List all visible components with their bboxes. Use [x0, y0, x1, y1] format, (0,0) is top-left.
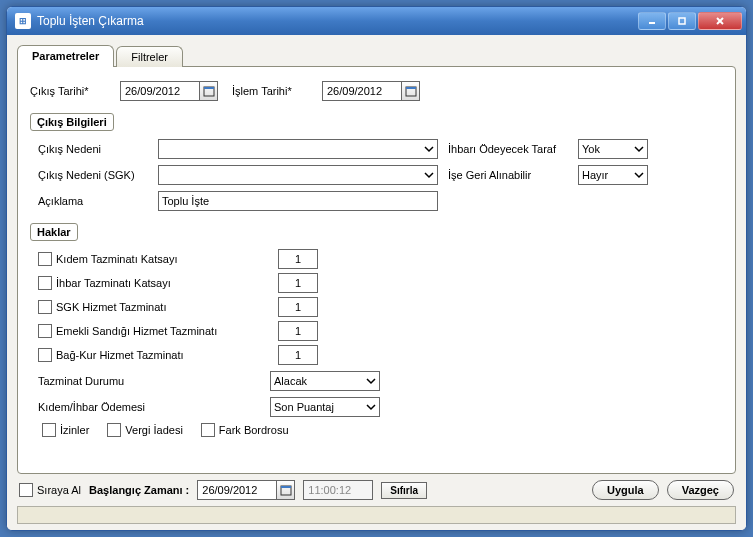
vergi-iadesi-checkbox[interactable]: Vergi İadesi	[107, 423, 182, 437]
hak-label: İhbar Tazminatı Katsayı	[56, 277, 171, 289]
svg-rect-7	[406, 87, 416, 89]
siraya-al-checkbox[interactable]: Sıraya Al	[19, 483, 81, 497]
hak-checkbox[interactable]: SGK Hizmet Tazminatı	[38, 300, 166, 314]
hak-checkbox[interactable]: Emekli Sandığı Hizmet Tazminatı	[38, 324, 217, 338]
minimize-button[interactable]	[638, 12, 666, 30]
vazgec-button[interactable]: Vazgeç	[667, 480, 734, 500]
kidem-ihbar-label: Kıdem/İhbar Ödemesi	[38, 401, 270, 413]
tabstrip: Parametreler Filtreler	[17, 43, 736, 67]
hak-value-input[interactable]	[278, 249, 318, 269]
izinler-checkbox[interactable]: İzinler	[42, 423, 89, 437]
hak-value-input[interactable]	[278, 345, 318, 365]
kidem-ihbar-combo[interactable]: Son Puantaj	[270, 397, 380, 417]
haklar-group: Haklar	[30, 223, 78, 241]
fark-bordrosu-label: Fark Bordrosu	[219, 424, 289, 436]
cikis-nedeni-sgk-combo[interactable]	[158, 165, 438, 185]
islem-tarihi-input-wrap	[322, 81, 420, 101]
hak-checkbox[interactable]: Bağ-Kur Hizmet Tazminatı	[38, 348, 184, 362]
fark-bordrosu-checkbox[interactable]: Fark Bordrosu	[201, 423, 289, 437]
ise-geri-combo[interactable]: Hayır	[578, 165, 648, 185]
ihbar-taraf-combo[interactable]: Yok	[578, 139, 648, 159]
maximize-button[interactable]	[668, 12, 696, 30]
bottom-bar: Sıraya Al Başlangıç Zamanı : Sıfırla Uyg…	[17, 474, 736, 502]
baslangic-tarih-input[interactable]	[198, 481, 276, 499]
app-icon: ⊞	[15, 13, 31, 29]
hak-checkbox[interactable]: Kıdem Tazminatı Katsayı	[38, 252, 177, 266]
svg-rect-9	[281, 486, 291, 488]
hak-value-input[interactable]	[278, 321, 318, 341]
aciklama-input[interactable]	[158, 191, 438, 211]
vergi-iadesi-label: Vergi İadesi	[125, 424, 182, 436]
ise-geri-label: İşe Geri Alınabilir	[448, 169, 578, 181]
cikis-nedeni-sgk-label: Çıkış Nedeni (SGK)	[38, 169, 158, 181]
close-button[interactable]	[698, 12, 742, 30]
uygula-button[interactable]: Uygula	[592, 480, 659, 500]
islem-tarihi-input[interactable]	[323, 82, 401, 100]
tazminat-durumu-combo[interactable]: Alacak	[270, 371, 380, 391]
titlebar: ⊞ Toplu İşten Çıkarma	[7, 7, 746, 35]
panel-parametreler: Çıkış Tarihi* İşlem Tarihi* Çıkış Bilgil…	[17, 66, 736, 474]
cikis-tarihi-input[interactable]	[121, 82, 199, 100]
statusbar	[17, 506, 736, 524]
calendar-icon[interactable]	[199, 82, 217, 100]
cikis-nedeni-label: Çıkış Nedeni	[38, 143, 158, 155]
sifirla-button[interactable]: Sıfırla	[381, 482, 427, 499]
hak-checkbox[interactable]: İhbar Tazminatı Katsayı	[38, 276, 171, 290]
hak-label: Emekli Sandığı Hizmet Tazminatı	[56, 325, 217, 337]
hak-label: Kıdem Tazminatı Katsayı	[56, 253, 177, 265]
cikis-tarihi-label: Çıkış Tarihi*	[30, 85, 120, 97]
cikis-bilgileri-group: Çıkış Bilgileri	[30, 113, 114, 131]
siraya-al-label: Sıraya Al	[37, 484, 81, 496]
aciklama-label: Açıklama	[38, 195, 158, 207]
baslangic-saat-input	[303, 480, 373, 500]
svg-rect-5	[204, 87, 214, 89]
islem-tarihi-label: İşlem Tarihi*	[232, 85, 322, 97]
window-title: Toplu İşten Çıkarma	[37, 14, 638, 28]
tazminat-durumu-label: Tazminat Durumu	[38, 375, 270, 387]
ihbar-taraf-label: İhbarı Ödeyecek Taraf	[448, 143, 578, 155]
hak-value-input[interactable]	[278, 297, 318, 317]
calendar-icon[interactable]	[276, 481, 294, 499]
baslangic-zamani-label: Başlangıç Zamanı :	[89, 484, 189, 496]
baslangic-tarih-wrap	[197, 480, 295, 500]
client-area: Parametreler Filtreler Çıkış Tarihi* İşl…	[7, 35, 746, 530]
cikis-nedeni-combo[interactable]	[158, 139, 438, 159]
hak-label: SGK Hizmet Tazminatı	[56, 301, 166, 313]
tab-filtreler[interactable]: Filtreler	[116, 46, 183, 67]
calendar-icon[interactable]	[401, 82, 419, 100]
cikis-tarihi-input-wrap	[120, 81, 218, 101]
svg-rect-1	[679, 18, 685, 24]
app-window: ⊞ Toplu İşten Çıkarma Parametreler Filtr…	[6, 6, 747, 531]
izinler-label: İzinler	[60, 424, 89, 436]
hak-value-input[interactable]	[278, 273, 318, 293]
hak-label: Bağ-Kur Hizmet Tazminatı	[56, 349, 184, 361]
tab-parametreler[interactable]: Parametreler	[17, 45, 114, 67]
